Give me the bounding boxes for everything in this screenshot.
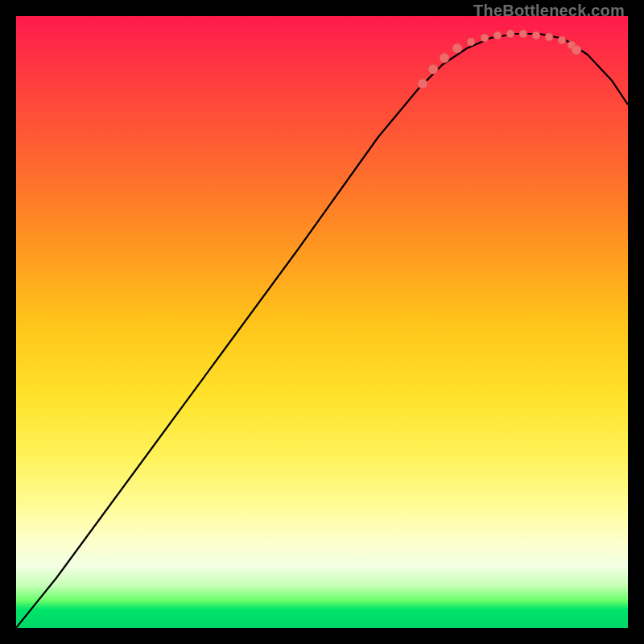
chart-frame xyxy=(16,16,628,628)
heat-gradient-background xyxy=(16,16,628,628)
